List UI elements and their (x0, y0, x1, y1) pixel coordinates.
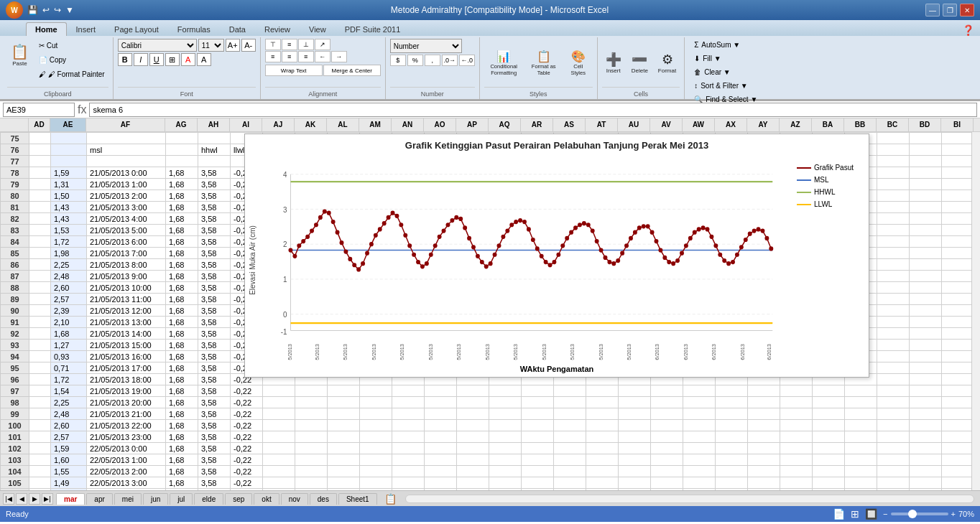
cell-ae-90[interactable]: 2,39 (51, 305, 87, 317)
cell-ad-75[interactable] (29, 133, 51, 144)
cell-am-102[interactable] (360, 443, 392, 454)
cell-ag-79[interactable]: 1,68 (166, 179, 198, 190)
cell-an-99[interactable] (392, 408, 425, 420)
cell-ax-101[interactable] (716, 431, 748, 443)
cell-as-99[interactable] (554, 408, 586, 420)
vertical-scrollbar[interactable] (971, 132, 980, 490)
increase-font-btn[interactable]: A+ (226, 39, 240, 52)
cell-ag-77[interactable] (166, 156, 198, 167)
indent-more-btn[interactable]: → (331, 51, 347, 62)
cell-ad-78[interactable] (29, 167, 51, 179)
cell-ai-98[interactable]: -0,22 (231, 397, 263, 408)
cell-af-94[interactable]: 21/05/2013 16:00 (87, 351, 166, 362)
cell-ba-97[interactable] (813, 385, 845, 397)
cell-bd-93[interactable] (910, 340, 942, 351)
cell-ag-85[interactable]: 1,68 (166, 248, 198, 259)
cell-az-101[interactable] (780, 431, 813, 443)
cell-au-97[interactable] (619, 385, 651, 397)
cell-bi-84[interactable] (942, 236, 972, 248)
wrap-text-button[interactable]: Wrap Text (265, 65, 323, 76)
clear-button[interactable]: 🗑 Clear ▼ (689, 66, 774, 78)
cell-ah-87[interactable]: 3,58 (198, 271, 231, 282)
cell-ae-103[interactable]: 1,60 (51, 454, 87, 466)
cell-ai-105[interactable]: -0,22 (231, 477, 263, 489)
align-top-btn[interactable]: ⊤ (265, 39, 281, 50)
tab-view[interactable]: View (300, 22, 336, 36)
cell-af-81[interactable]: 21/05/2013 3:00 (87, 202, 166, 213)
cell-am-104[interactable] (360, 466, 392, 477)
bold-button[interactable]: B (118, 53, 132, 66)
cell-aj-104[interactable] (263, 466, 295, 477)
cell-ae-80[interactable]: 1,50 (51, 190, 87, 202)
merge-center-button[interactable]: Merge & Center (323, 65, 381, 76)
cell-ad-87[interactable] (29, 271, 51, 282)
cell-as-103[interactable] (554, 454, 586, 466)
cell-au-105[interactable] (619, 477, 651, 489)
cell-af-90[interactable]: 21/05/2013 12:00 (87, 305, 166, 317)
cell-an-103[interactable] (392, 454, 425, 466)
cell-af-84[interactable]: 21/05/2013 6:00 (87, 236, 166, 248)
cell-ag-89[interactable]: 1,68 (166, 294, 198, 305)
font-family-select[interactable]: Calibri (118, 39, 197, 52)
cell-am-103[interactable] (360, 454, 392, 466)
cell-aq-97[interactable] (489, 385, 522, 397)
undo-btn[interactable]: ↩ (42, 5, 50, 15)
cell-ah-82[interactable]: 3,58 (198, 213, 231, 225)
formula-input[interactable] (89, 103, 977, 117)
cell-ad-102[interactable] (29, 443, 51, 454)
cell-at-98[interactable] (586, 397, 619, 408)
cell-af-78[interactable]: 21/05/2013 0:00 (87, 167, 166, 179)
cell-af-92[interactable]: 21/05/2013 14:00 (87, 328, 166, 340)
cell-bi-92[interactable] (942, 328, 972, 340)
cell-ba-104[interactable] (813, 466, 845, 477)
cell-ba-102[interactable] (813, 443, 845, 454)
cell-al-105[interactable] (328, 477, 360, 489)
cell-bi-98[interactable] (942, 397, 972, 408)
cell-as-100[interactable] (554, 420, 586, 431)
cell-af-102[interactable]: 22/05/2013 0:00 (87, 443, 166, 454)
cell-au-99[interactable] (619, 408, 651, 420)
cell-bd-88[interactable] (910, 282, 942, 294)
cell-aw-104[interactable] (683, 466, 716, 477)
cell-af-101[interactable]: 21/05/2013 23:00 (87, 431, 166, 443)
cell-bi-80[interactable] (942, 190, 972, 202)
cell-bd-89[interactable] (910, 294, 942, 305)
cell-ad-88[interactable] (29, 282, 51, 294)
cell-ak-100[interactable] (295, 420, 328, 431)
cell-bi-100[interactable] (942, 420, 972, 431)
cell-ae-78[interactable]: 1,59 (51, 167, 87, 179)
help-icon[interactable]: ❓ (962, 24, 974, 36)
cell-bd-105[interactable] (910, 477, 942, 489)
cell-ak-97[interactable] (295, 385, 328, 397)
cell-bd-81[interactable] (910, 202, 942, 213)
cell-ak-101[interactable] (295, 431, 328, 443)
cell-ad-84[interactable] (29, 236, 51, 248)
cell-ap-99[interactable] (457, 408, 489, 420)
currency-btn[interactable]: $ (390, 55, 406, 66)
cell-az-97[interactable] (780, 385, 813, 397)
cell-ae-79[interactable]: 1,31 (51, 179, 87, 190)
cell-ag-84[interactable]: 1,68 (166, 236, 198, 248)
cell-ad-94[interactable] (29, 351, 51, 362)
cell-av-97[interactable] (651, 385, 683, 397)
cell-al-104[interactable] (328, 466, 360, 477)
cell-ba-103[interactable] (813, 454, 845, 466)
cell-bc-106[interactable] (877, 489, 910, 491)
cell-af-105[interactable]: 22/05/2013 3:00 (87, 477, 166, 489)
cell-aj-100[interactable] (263, 420, 295, 431)
cell-ay-106[interactable] (748, 489, 780, 491)
copy-button[interactable]: 📄 Copy (35, 53, 108, 66)
format-cells-button[interactable]: ⚙ Format (655, 42, 680, 85)
cell-ae-91[interactable]: 2,10 (51, 317, 87, 328)
office-orb[interactable]: W (6, 1, 23, 19)
cell-bc-103[interactable] (877, 454, 910, 466)
cell-bi-93[interactable] (942, 340, 972, 351)
cell-aw-98[interactable] (683, 397, 716, 408)
cell-ad-90[interactable] (29, 305, 51, 317)
cell-aq-105[interactable] (489, 477, 522, 489)
cell-bi-103[interactable] (942, 454, 972, 466)
cell-av-99[interactable] (651, 408, 683, 420)
cell-ag-86[interactable]: 1,68 (166, 259, 198, 271)
cell-ae-105[interactable]: 1,49 (51, 477, 87, 489)
cell-bi-102[interactable] (942, 443, 972, 454)
